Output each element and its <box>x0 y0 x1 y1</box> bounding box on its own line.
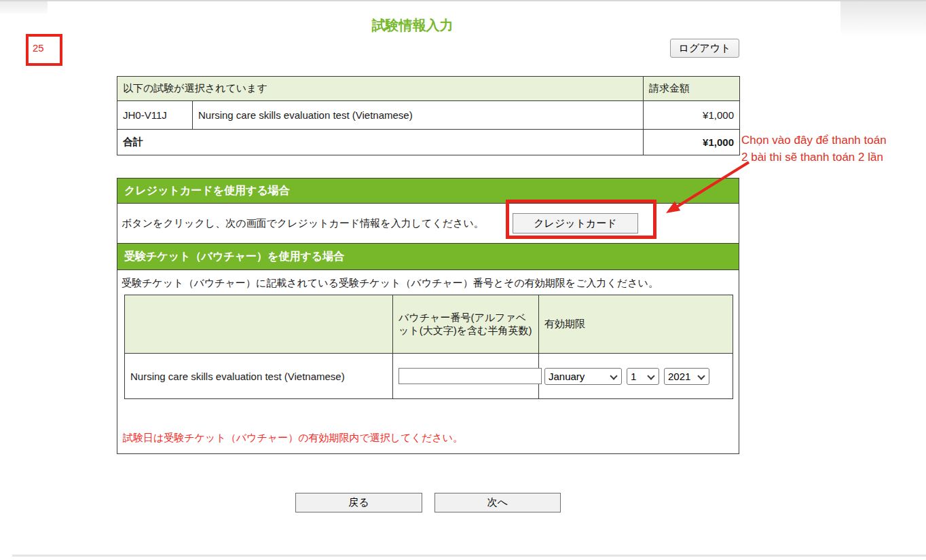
payment-methods-panel: クレジットカードを使用する場合 ボタンをクリックし、次の画面でクレジットカード情… <box>117 178 739 454</box>
credit-card-button[interactable]: クレジットカード <box>513 213 638 234</box>
voucher-instruction: 受験チケット（バウチャー）に記載されている受験チケット（バウチャー）番号とその有… <box>122 277 659 290</box>
voucher-exam-name-cell: Nursing care skills evaluation test (Vie… <box>125 354 393 399</box>
voucher-number-cell <box>393 354 539 399</box>
voucher-empty-header-cell <box>125 295 393 354</box>
total-label-cell: 合計 <box>117 130 644 155</box>
expiry-day-select-wrap: 1 <box>627 368 659 385</box>
exam-table-header-row: 以下の試験が選択されています 請求金額 <box>117 77 740 101</box>
window-corner-left <box>0 1 48 14</box>
total-amount-cell: ¥1,000 <box>644 130 740 155</box>
annotation-note-line2: 2 bài thi sẽ thanh toán 2 lần <box>741 151 883 164</box>
expiry-month-select[interactable]: January <box>545 369 621 384</box>
page-title: 試験情報入力 <box>0 16 825 35</box>
voucher-table-header-row: バウチャー番号(アルファベット(大文字)を含む半角英数) 有効期限 <box>125 295 733 354</box>
voucher-exam-row: Nursing care skills evaluation test (Vie… <box>125 354 733 399</box>
exam-amount-cell: ¥1,000 <box>644 101 740 130</box>
back-button[interactable]: 戻る <box>295 493 422 512</box>
expiry-day-select[interactable]: 1 <box>627 369 659 384</box>
voucher-table: バウチャー番号(アルファベット(大文字)を含む半角英数) 有効期限 Nursin… <box>124 295 733 399</box>
credit-card-instruction: ボタンをクリックし、次の画面でクレジットカード情報を入力してください。 <box>122 217 484 230</box>
voucher-section-header: 受験チケット（バウチャー）を使用する場合 <box>117 243 739 270</box>
expiry-year-select-wrap: 2021 <box>664 368 709 385</box>
billing-amount-header-cell: 請求金額 <box>644 77 740 101</box>
next-button[interactable]: 次へ <box>434 493 561 512</box>
logout-button[interactable]: ログアウト <box>670 39 739 58</box>
exam-name-cell: Nursing care skills evaluation test (Vie… <box>193 101 644 130</box>
voucher-section-body: 受験チケット（バウチャー）に記載されている受験チケット（バウチャー）番号とその有… <box>117 270 739 453</box>
annotation-note-line1: Chọn vào đây để thanh toán <box>741 134 887 147</box>
expiry-cell: January12021 <box>539 354 733 399</box>
exam-row: JH0-V11J Nursing care skills evaluation … <box>117 101 740 130</box>
selected-exams-table: 以下の試験が選択されています 請求金額 JH0-V11J Nursing car… <box>117 76 740 155</box>
voucher-number-header-cell: バウチャー番号(アルファベット(大文字)を含む半角英数) <box>393 295 539 354</box>
window-corner-right <box>840 1 926 37</box>
total-row: 合計 ¥1,000 <box>117 130 740 155</box>
voucher-number-input[interactable] <box>399 368 542 384</box>
credit-card-row: ボタンをクリックし、次の画面でクレジットカード情報を入力してください。 クレジッ… <box>117 204 739 243</box>
expiry-header-cell: 有効期限 <box>539 295 733 354</box>
credit-card-section-header: クレジットカードを使用する場合 <box>117 179 739 204</box>
expiry-month-select-wrap: January <box>544 368 622 385</box>
voucher-warning-text: 試験日は受験チケット（バウチャー）の有効期限内で選択してください。 <box>123 432 463 445</box>
exam-code-cell: JH0-V11J <box>117 101 193 130</box>
window-top-border <box>0 0 926 1</box>
selected-exams-header-cell: 以下の試験が選択されています <box>117 77 644 101</box>
expiry-year-select[interactable]: 2021 <box>665 369 709 384</box>
annotation-number-box: 25 <box>26 34 62 66</box>
footer-divider <box>12 555 926 557</box>
